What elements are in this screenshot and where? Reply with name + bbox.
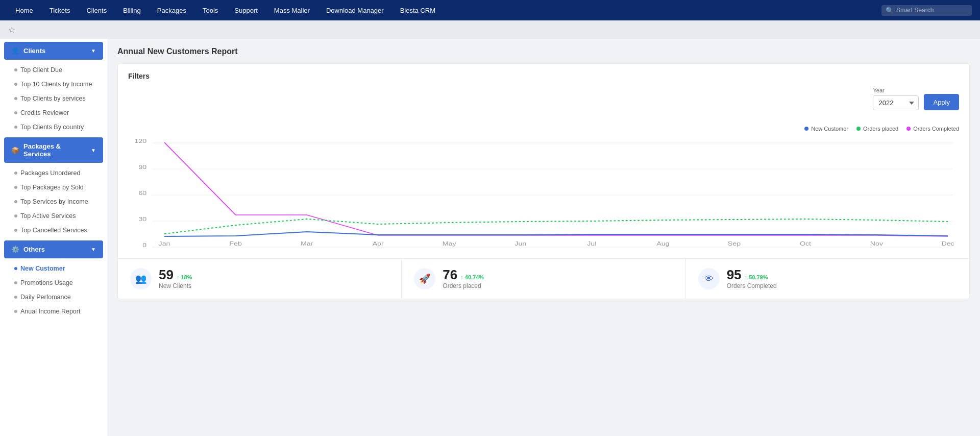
nav-billing[interactable]: Billing xyxy=(116,4,148,17)
new-clients-info: 59 ↑ 18% New Clients xyxy=(159,268,192,289)
orders-completed-icon: 👁 xyxy=(698,268,720,289)
sidebar-clients-label: Clients xyxy=(23,47,45,55)
sidebar-item-packages-unordered[interactable]: Packages Unordered xyxy=(0,166,107,180)
new-clients-change: ↑ 18% xyxy=(177,274,192,280)
svg-text:Mar: Mar xyxy=(301,240,313,247)
packages-icon: 📦 xyxy=(11,147,19,154)
new-clients-icon: 👥 xyxy=(130,268,152,289)
sidebar-item-top-client-due[interactable]: Top Client Due xyxy=(0,63,107,77)
orders-placed-icon: 🚀 xyxy=(414,268,435,289)
sidebar-item-top-active-services[interactable]: Top Active Services xyxy=(0,209,107,223)
chart-container: New Customer Orders placed Orders Comple… xyxy=(118,118,969,258)
packages-chevron-icon: ▼ xyxy=(91,148,96,153)
svg-text:Apr: Apr xyxy=(373,240,384,247)
new-clients-top: 59 ↑ 18% xyxy=(159,268,192,281)
svg-text:Sep: Sep xyxy=(728,240,741,247)
nav-clients[interactable]: Clients xyxy=(79,4,114,17)
report-card: Filters Year 2019 2020 2021 2022 2023 Ap… xyxy=(117,63,970,299)
orders-placed-change: ↑ 40.74% xyxy=(460,274,484,280)
apply-button[interactable]: Apply xyxy=(924,94,959,110)
search-input[interactable] xyxy=(896,7,968,14)
legend-new-customer-dot xyxy=(804,127,808,131)
svg-text:60: 60 xyxy=(138,190,146,196)
filter-section: Filters Year 2019 2020 2021 2022 2023 Ap… xyxy=(118,64,969,118)
sidebar-item-top10-clients[interactable]: Top 10 Clients by Income xyxy=(0,77,107,91)
orders-placed-value: 76 xyxy=(443,268,457,281)
sidebar-clients-items: Top Client Due Top 10 Clients by Income … xyxy=(0,63,107,134)
main-layout: 👤 Clients ▼ Top Client Due Top 10 Client… xyxy=(0,39,980,436)
svg-text:Jun: Jun xyxy=(514,240,526,247)
nav-mass-mailer[interactable]: Mass Mailer xyxy=(267,4,317,17)
nav-blesta-crm[interactable]: Blesta CRM xyxy=(393,4,443,17)
sidebar-packages-label: Packages & Services xyxy=(23,142,87,158)
new-clients-label: New Clients xyxy=(159,282,192,289)
svg-text:May: May xyxy=(443,240,457,247)
svg-text:Feb: Feb xyxy=(229,240,241,247)
svg-text:Jan: Jan xyxy=(159,240,170,247)
nav-packages[interactable]: Packages xyxy=(150,4,193,17)
stat-card-orders-placed: 🚀 76 ↑ 40.74% Orders placed xyxy=(402,259,685,299)
sidebar-item-daily-performance[interactable]: Daily Perfomance xyxy=(0,290,107,304)
clients-icon: 👤 xyxy=(11,47,19,55)
others-icon: ⚙️ xyxy=(11,246,19,253)
stat-card-new-clients: 👥 59 ↑ 18% New Clients xyxy=(118,259,402,299)
legend-orders-completed-dot xyxy=(906,127,911,131)
nav-tickets[interactable]: Tickets xyxy=(42,4,78,17)
chart-svg: 0 30 60 90 120 Jan Feb xyxy=(128,136,959,248)
legend-orders-placed-dot xyxy=(856,127,861,131)
sidebar: 👤 Clients ▼ Top Client Due Top 10 Client… xyxy=(0,39,107,436)
chart-wrap: 0 30 60 90 120 Jan Feb xyxy=(128,136,959,248)
sidebar-item-promotions-usage[interactable]: Promotions Usage xyxy=(0,276,107,290)
orders-placed-label: Orders placed xyxy=(443,282,484,289)
sidebar-item-credits-reviewer[interactable]: Credits Reviewer xyxy=(0,106,107,120)
clients-chevron-icon: ▼ xyxy=(91,48,96,54)
year-select[interactable]: 2019 2020 2021 2022 2023 xyxy=(873,95,919,110)
legend-new-customer: New Customer xyxy=(804,126,848,132)
sidebar-item-top-cancelled-services[interactable]: Top Cancelled Services xyxy=(0,223,107,237)
sidebar-item-top-clients-country[interactable]: Top Clients By country xyxy=(0,120,107,134)
orders-completed-info: 95 ↑ 50.79% Orders Completed xyxy=(727,268,777,289)
svg-text:Dec: Dec xyxy=(941,240,954,247)
sidebar-item-top-services-income[interactable]: Top Services by Income xyxy=(0,195,107,209)
year-filter-field: Year 2019 2020 2021 2022 2023 xyxy=(873,87,919,110)
sidebar-item-annual-income-report[interactable]: Anual Income Report xyxy=(0,304,107,319)
top-navigation: Home Tickets Clients Billing Packages To… xyxy=(0,0,980,20)
svg-text:Nov: Nov xyxy=(870,240,884,247)
chart-legend: New Customer Orders placed Orders Comple… xyxy=(128,126,959,132)
search-bar: 🔍 xyxy=(881,5,972,16)
orders-completed-value: 95 xyxy=(727,268,742,281)
stat-card-orders-completed: 👁 95 ↑ 50.79% Orders Completed xyxy=(686,259,969,299)
page-title: Annual New Customers Report xyxy=(117,47,970,56)
sidebar-packages-header[interactable]: 📦 Packages & Services ▼ xyxy=(4,137,103,163)
svg-text:0: 0 xyxy=(142,242,146,248)
new-clients-value: 59 xyxy=(159,268,174,281)
sidebar-packages-items: Packages Unordered Top Packages by Sold … xyxy=(0,166,107,237)
sidebar-item-top-packages-sold[interactable]: Top Packages by Sold xyxy=(0,180,107,195)
nav-tools[interactable]: Tools xyxy=(195,4,225,17)
legend-orders-completed: Orders Completed xyxy=(906,126,959,132)
favorite-icon[interactable]: ☆ xyxy=(8,25,15,35)
sidebar-others-header[interactable]: ⚙️ Others ▼ xyxy=(4,240,103,258)
nav-download-manager[interactable]: Download Manager xyxy=(319,4,391,17)
orders-placed-top: 76 ↑ 40.74% xyxy=(443,268,484,281)
year-label: Year xyxy=(873,87,919,93)
legend-orders-placed: Orders placed xyxy=(856,126,898,132)
sidebar-item-new-customer[interactable]: New Customer xyxy=(0,261,107,276)
sidebar-others-items: New Customer Promotions Usage Daily Perf… xyxy=(0,261,107,319)
orders-placed-info: 76 ↑ 40.74% Orders placed xyxy=(443,268,484,289)
nav-home[interactable]: Home xyxy=(8,4,40,17)
others-chevron-icon: ▼ xyxy=(91,247,96,252)
orders-completed-top: 95 ↑ 50.79% xyxy=(727,268,777,281)
nav-support[interactable]: Support xyxy=(227,4,265,17)
stats-row: 👥 59 ↑ 18% New Clients 🚀 76 ↑ xyxy=(118,258,969,299)
sidebar-item-top-clients-services[interactable]: Top Clients by services xyxy=(0,91,107,106)
svg-text:Aug: Aug xyxy=(656,240,669,247)
sidebar-clients-header[interactable]: 👤 Clients ▼ xyxy=(4,42,103,60)
svg-text:90: 90 xyxy=(138,164,146,170)
sub-header: ☆ xyxy=(0,20,980,39)
svg-text:Oct: Oct xyxy=(800,240,812,247)
svg-text:30: 30 xyxy=(138,216,146,222)
main-content: Annual New Customers Report Filters Year… xyxy=(107,39,980,436)
svg-text:Jul: Jul xyxy=(587,240,596,247)
filter-row: Year 2019 2020 2021 2022 2023 Apply xyxy=(128,87,959,110)
